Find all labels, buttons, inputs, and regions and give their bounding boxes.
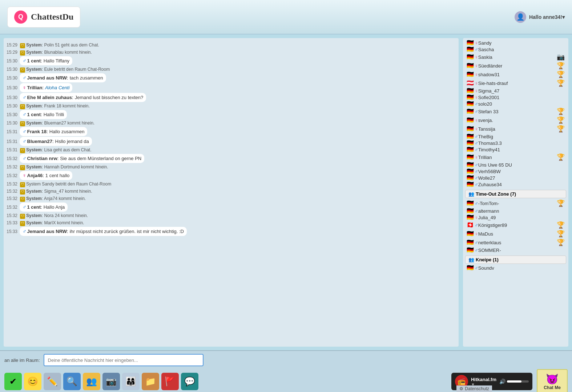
user-list-item[interactable]: 🇩🇪♂ solo20	[465, 101, 566, 107]
users-kneipe-list: 🇩🇪♂ Soundv	[465, 265, 566, 271]
flag-icon: 🇨🇭	[467, 222, 474, 228]
msg-author[interactable]: Frank 18	[27, 128, 47, 135]
volume-bar[interactable]	[507, 380, 529, 383]
user-list-item[interactable]: 🇩🇪♀ Sandy	[465, 40, 566, 46]
chat-message: 15:32♂1 cent: Hallo Anja	[7, 203, 456, 212]
user-list-item[interactable]: 🇩🇪♀ Tanssija🏆	[465, 124, 566, 133]
room-kneipe-label: Kneipe (1)	[476, 257, 499, 262]
user-badge: 🏆	[557, 116, 565, 124]
header: Q ChattestDu 👤 Hallo anne34!▾	[0, 0, 572, 34]
send-button[interactable]: ✔	[4, 373, 22, 390]
upload-button[interactable]: 📁	[142, 373, 159, 390]
msg-author[interactable]: 1 cent	[27, 204, 41, 211]
chat-input[interactable]	[44, 354, 204, 366]
user-avatar: 👤	[515, 11, 526, 23]
user-name: Uns Uwe 65 DU	[478, 162, 565, 168]
users-button[interactable]: 👥	[83, 373, 100, 390]
user-name: Verh56BW	[478, 169, 565, 174]
msg-author[interactable]: Trillian	[27, 84, 43, 91]
datenschutz-link[interactable]: ⚙ Datenschutz	[456, 385, 492, 392]
chat-message: 15:32🛡System: Anja74 kommt hinein.	[7, 195, 456, 202]
chat-message: 15:33🛡System: MarIX kommt hinein.	[7, 220, 456, 226]
user-name: Wolle27	[478, 175, 565, 181]
pm-button[interactable]: 💬	[181, 373, 198, 390]
user-list-item[interactable]: 🇩🇪♀ shadow31🏆	[465, 70, 566, 79]
shield-icon: 🛡	[20, 50, 25, 56]
flag-icon: 🇩🇪	[467, 154, 474, 160]
chat-area[interactable]: 15:29🛡System: Polin 51 geht aus dem Chat…	[4, 38, 459, 347]
user-list-item[interactable]: 🇩🇪♂ Soundv	[465, 265, 566, 271]
msg-author[interactable]: Jemand aus NRW	[27, 74, 67, 82]
user-list-item[interactable]: 🇩🇪♂ Uns Uwe 65 DU	[465, 162, 566, 168]
user-list-item[interactable]: 🇩🇪♀ Trillian🏆	[465, 153, 566, 162]
shield-icon: 🛡	[20, 182, 25, 187]
shield-icon: 🛡	[20, 148, 25, 153]
flag-icon: 🇩🇪	[467, 147, 474, 152]
chat-message: 15:32♀Anja46: 1 cent hallo	[7, 171, 456, 180]
user-list-item[interactable]: 🇨🇭♂ Königstiger89🏆	[465, 221, 566, 229]
gender-icon: ♂	[475, 175, 478, 181]
flag-icon: 🇩🇪	[467, 109, 474, 114]
chat-message: 15:30♂1 cent: Hallo Trilli	[7, 110, 456, 119]
room-timeout-label: Time-Out Zone (7)	[476, 191, 516, 197]
user-badge: 🏆	[557, 62, 565, 70]
msg-author[interactable]: Anja46	[27, 172, 43, 179]
gender-icon: ♂	[475, 101, 478, 107]
gender-icon: ♀	[475, 81, 478, 86]
flag-icon: 🇩🇪	[467, 126, 474, 132]
input-row: an alle im Raum:	[0, 351, 572, 368]
user-list-item[interactable]: 🇩🇪♀ Sofie2001	[465, 94, 566, 101]
chat-message: 15:32♂Christian nrw: Sie aus dem Münster…	[7, 154, 456, 163]
user-list-item[interactable]: 🇩🇪♂ Verh56BW	[465, 168, 566, 175]
user-list-item[interactable]: 🇩🇪♀ svenja.🏆	[465, 116, 566, 124]
flag-icon: 🇩🇪	[467, 63, 474, 69]
msg-author[interactable]: Ehe M allein zuhaus	[27, 94, 72, 101]
search-user-button[interactable]: 🔍	[63, 373, 81, 390]
user-list-item[interactable]: 🇩🇪♂ -TomTom-🏆	[465, 199, 566, 208]
msg-author[interactable]: Blueman27	[27, 138, 52, 145]
photo-button[interactable]: 📷	[102, 373, 120, 390]
flag-icon: 🇩🇪	[467, 168, 474, 174]
user-name: -TomTom-	[478, 201, 556, 206]
chat-me-label: Chat Me	[544, 385, 561, 390]
user-list-item[interactable]: 🇦🇹♀ Sie-hats-drauf🏆	[465, 79, 566, 87]
user-name: Soundv	[478, 265, 565, 271]
user-list-item[interactable]: 🇩🇪♀ Saskia📷	[465, 53, 566, 61]
format-button[interactable]: ✏️	[44, 373, 61, 390]
chat-me-button[interactable]: 😈 Chat Me	[537, 369, 568, 392]
flag-button[interactable]: 🚩	[161, 373, 179, 390]
room-kneipe-header[interactable]: 👥 Kneipe (1)	[465, 256, 566, 264]
msg-author[interactable]: 1 cent	[27, 111, 41, 118]
user-list-item[interactable]: 🇩🇪♂ SOMMER-	[465, 247, 566, 253]
user-list-item[interactable]: 🇩🇪♂ Thomas3.3	[465, 140, 566, 146]
msg-author[interactable]: Christian nrw	[27, 155, 57, 162]
user-name: Thomas3.3	[478, 140, 565, 146]
user-name: Königstiger89	[478, 222, 556, 228]
shield-icon: 🛡	[20, 43, 25, 48]
main-layout: 15:29🛡System: Polin 51 geht aus dem Chat…	[0, 34, 572, 350]
msg-author[interactable]: 1 cent	[27, 57, 41, 65]
chat-message: 15:29🛡System: Blunablau kommt hinein.	[7, 49, 456, 56]
shield-icon: 🛡	[20, 68, 25, 73]
user-list-item[interactable]: 🇩🇪♀ Julia_49	[465, 214, 566, 221]
user-list-item[interactable]: 🇩🇪♂ Wolle27	[465, 175, 566, 181]
group-button[interactable]: 👨‍👩‍👧	[122, 373, 140, 390]
user-list-item[interactable]: 🇩🇪♂ netterklaus🏆	[465, 238, 566, 247]
user-list-item[interactable]: 🇩🇪♀ Süedländer🏆	[465, 61, 566, 70]
user-list-item[interactable]: 🇩🇪♀ MaDus🏆	[465, 229, 566, 238]
user-list-item[interactable]: 🇩🇪♀ Sigma_47	[465, 87, 566, 94]
user-list-item[interactable]: 🇩🇪♂ TheBig	[465, 133, 566, 140]
user-name: Saskia	[478, 54, 556, 60]
user-list-item[interactable]: 🇩🇪♂ altermann	[465, 208, 566, 214]
user-list-item[interactable]: 🇩🇪♂ Zuhause34	[465, 181, 566, 188]
msg-author[interactable]: Jemand aus NRW	[27, 228, 67, 235]
smiley-button[interactable]: 😊	[24, 373, 41, 390]
user-list-item[interactable]: 🇩🇪♂ Timothy41	[465, 146, 566, 153]
user-list-item[interactable]: 🇩🇪♂ Stefan 33🏆	[465, 107, 566, 116]
room-timeout-header[interactable]: 👥 Time-Out Zone (7)	[465, 190, 566, 198]
flag-icon: 🇩🇪	[467, 175, 474, 181]
user-badge: 🏆	[557, 230, 565, 238]
user-name: svenja.	[478, 118, 556, 123]
user-list-item[interactable]: 🇩🇪♂ Sascha	[465, 46, 566, 53]
user-name: Julia_49	[478, 215, 565, 220]
